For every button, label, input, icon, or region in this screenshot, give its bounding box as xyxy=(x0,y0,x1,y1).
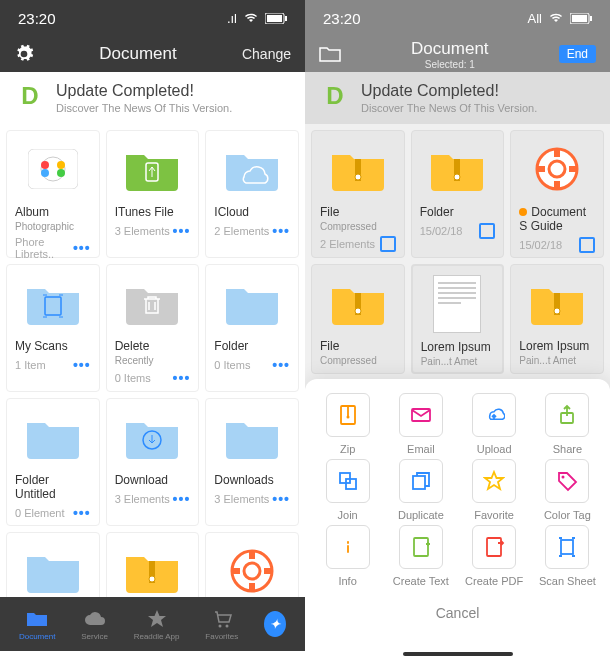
header-title: Document xyxy=(99,44,176,64)
scan-icon xyxy=(15,273,91,333)
more-icon[interactable]: ••• xyxy=(73,505,91,521)
create-pdf-icon xyxy=(472,525,516,569)
action-color tag[interactable]: Color Tag xyxy=(533,459,602,521)
file-cell[interactable]: Folder Untitled 0 Element ••• xyxy=(6,398,100,526)
tab-browser[interactable]: ✦ xyxy=(264,613,286,635)
tab-Service[interactable]: Service xyxy=(81,608,108,641)
action-create text[interactable]: Create Text xyxy=(386,525,455,587)
home-indicator[interactable] xyxy=(98,652,208,656)
file-cell[interactable]: Download 3 Elements ••• xyxy=(106,398,200,526)
svg-rect-3 xyxy=(28,149,78,189)
file-cell[interactable]: File Compressed 2 Elements xyxy=(311,130,405,258)
cell-count: 1 Item xyxy=(15,359,46,371)
action-share[interactable]: Share xyxy=(533,393,602,455)
tab-Document[interactable]: Document xyxy=(19,608,55,641)
download-icon xyxy=(115,407,191,467)
cell-title: ICloud xyxy=(214,205,290,219)
file-cell[interactable] xyxy=(106,532,200,604)
action-info[interactable]: Info xyxy=(313,525,382,587)
tab-Favorites[interactable]: Favorites xyxy=(205,608,238,641)
svg-rect-20 xyxy=(590,16,592,21)
file-cell[interactable]: Folder 15/02/18 xyxy=(411,130,505,258)
banner-text: Update Completed! Discover The News Of T… xyxy=(56,82,232,114)
file-cell[interactable]: ICloud 2 Elements ••• xyxy=(205,130,299,258)
file-cell[interactable] xyxy=(6,532,100,604)
cell-title: My Scans xyxy=(15,339,91,353)
svg-point-22 xyxy=(355,174,361,180)
more-icon[interactable]: ••• xyxy=(272,491,290,507)
cell-title: Delete xyxy=(115,339,191,353)
action-email[interactable]: Email xyxy=(386,393,455,455)
svg-rect-1 xyxy=(267,15,282,22)
file-cell[interactable]: Folder 0 Items ••• xyxy=(205,264,299,392)
cell-subtitle: Compressed xyxy=(320,355,396,366)
checkbox[interactable] xyxy=(579,237,595,253)
file-cell[interactable]: ITunes File 3 Elements ••• xyxy=(106,130,200,258)
svg-rect-36 xyxy=(346,479,356,489)
banner-text: Update Completed! Discover The News Of T… xyxy=(361,82,537,114)
more-icon[interactable]: ••• xyxy=(272,223,290,239)
more-icon[interactable]: ••• xyxy=(272,357,290,373)
cell-subtitle: Recently xyxy=(115,355,191,366)
cancel-button[interactable]: Cancel xyxy=(313,605,602,621)
folder-outline-icon[interactable] xyxy=(319,45,341,63)
home-indicator[interactable] xyxy=(403,652,513,656)
cell-count: 3 Elements xyxy=(115,493,170,505)
svg-rect-35 xyxy=(340,473,350,483)
svg-rect-2 xyxy=(285,16,287,21)
statusbar: 23:20 .ıl xyxy=(0,0,305,36)
doc-icon xyxy=(421,274,495,334)
tab-label: Favorites xyxy=(205,632,238,641)
folder-icon xyxy=(214,273,290,333)
more-icon[interactable]: ••• xyxy=(173,370,191,386)
statusbar: 23:20 All xyxy=(305,0,610,36)
file-cell[interactable]: File Compressed xyxy=(311,264,405,374)
action-label: Create Text xyxy=(393,575,449,587)
svg-point-28 xyxy=(355,308,361,314)
star-icon xyxy=(146,608,168,630)
action-create pdf[interactable]: Create PDF xyxy=(460,525,529,587)
action-label: Upload xyxy=(477,443,512,455)
file-cell[interactable]: My Scans 1 Item ••• xyxy=(6,264,100,392)
file-cell[interactable]: Lorem Ipsum Pain...t Amet xyxy=(510,264,604,374)
svg-rect-41 xyxy=(487,538,501,556)
zip-icon xyxy=(320,273,396,333)
file-cell[interactable]: Delete Recently 0 Items ••• xyxy=(106,264,200,392)
action-scan sheet[interactable]: Scan Sheet xyxy=(533,525,602,587)
cell-title: Folder Untitled xyxy=(15,473,91,501)
folder-icon xyxy=(15,407,91,467)
more-icon[interactable]: ••• xyxy=(73,357,91,373)
settings-icon[interactable] xyxy=(14,44,34,64)
file-cell[interactable] xyxy=(205,532,299,604)
checkbox[interactable] xyxy=(380,236,396,252)
update-banner[interactable]: D Update Completed! Discover The News Of… xyxy=(0,72,305,124)
change-button[interactable]: Change xyxy=(242,46,291,62)
checkbox[interactable] xyxy=(479,223,495,239)
cell-title: Folder xyxy=(214,339,290,353)
header: Document Change xyxy=(0,36,305,72)
more-icon[interactable]: ••• xyxy=(73,240,91,256)
tab-Readdle App[interactable]: Readdle App xyxy=(134,608,180,641)
action-label: Scan Sheet xyxy=(539,575,596,587)
action-duplicate[interactable]: Duplicate xyxy=(386,459,455,521)
action-upload[interactable]: Upload xyxy=(460,393,529,455)
action-join[interactable]: Join xyxy=(313,459,382,521)
action-favorite[interactable]: Favorite xyxy=(460,459,529,521)
cell-title: Album xyxy=(15,205,91,219)
action-zip[interactable]: Zip xyxy=(313,393,382,455)
cell-count: 0 Element xyxy=(15,507,65,519)
zip-icon xyxy=(320,139,396,199)
update-banner[interactable]: D Update Completed! Discover The News Of… xyxy=(305,72,610,124)
svg-point-32 xyxy=(346,416,349,419)
file-grid-row4 xyxy=(0,532,305,604)
file-cell[interactable]: Document S Guide 15/02/18 xyxy=(510,130,604,258)
file-cell[interactable]: Album Photographic Phore Librets.. ••• xyxy=(6,130,100,258)
more-icon[interactable]: ••• xyxy=(173,223,191,239)
file-cell[interactable]: Lorem Ipsum Pain...t Amet xyxy=(411,264,505,374)
file-cell[interactable]: Downloads 3 Elements ••• xyxy=(205,398,299,526)
tab-label: Service xyxy=(81,632,108,641)
end-button[interactable]: End xyxy=(559,45,596,63)
more-icon[interactable]: ••• xyxy=(173,491,191,507)
svg-point-7 xyxy=(41,169,49,177)
action-label: Email xyxy=(407,443,435,455)
